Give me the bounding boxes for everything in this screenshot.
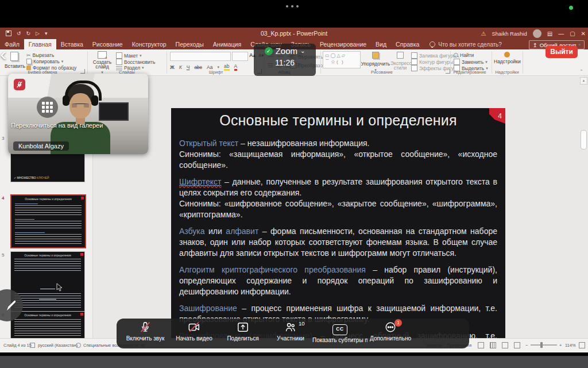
connected-check-icon: ✓	[265, 47, 273, 55]
copy-button[interactable]: Копировать ▾	[26, 59, 63, 64]
zoom-slider[interactable]	[531, 344, 557, 346]
notes-icon[interactable]	[30, 343, 35, 348]
language-status[interactable]: русский (Казахстан)	[38, 343, 78, 348]
zoom-slider-thumb[interactable]	[540, 342, 543, 348]
participant-name-tag: Kunbolat Algazy	[13, 141, 69, 151]
slide-paragraph: Открытый текст – незашифрованная информа…	[179, 138, 497, 171]
meeting-time: 11:26	[254, 58, 316, 67]
tab-help[interactable]: Справка	[391, 39, 424, 49]
start-video-button[interactable]: Начать видео	[167, 321, 222, 342]
notification-badge: 1	[394, 319, 402, 327]
tab-animations[interactable]: Анимация	[208, 39, 246, 49]
thumbnail-slide-4[interactable]: Основные термины и определения	[10, 194, 86, 248]
menu-dots-icon[interactable]	[286, 5, 299, 7]
shapes-gallery[interactable]: ▭◯△▱⌒☆( )	[323, 51, 361, 68]
collapse-ribbon-icon[interactable]: ⌃	[579, 69, 583, 74]
change-case-button[interactable]: Аа	[207, 64, 213, 70]
paste-button[interactable]: Вставить	[5, 52, 24, 69]
video-background-tv	[99, 102, 129, 121]
tab-review[interactable]: Рецензирование	[315, 39, 371, 49]
font-name-input[interactable]	[170, 52, 231, 61]
reset-icon	[116, 59, 122, 65]
shape-fill-icon	[411, 52, 417, 59]
clipboard-dialog-launcher[interactable]	[80, 69, 85, 74]
slide-sorter-icon[interactable]	[490, 342, 496, 348]
captions-button[interactable]: CC Показать субтитры по	[312, 321, 368, 343]
ribbon-display-options-icon[interactable]: ▤	[547, 30, 552, 37]
italic-button[interactable]: К	[179, 64, 182, 70]
meeting-toolbar: Включить звук Начать видео Поделиться	[117, 319, 469, 348]
leave-meeting-button[interactable]: Выйти	[546, 46, 578, 58]
slide-paragraph: Азбука или алфавит – форма письменности,…	[179, 226, 497, 259]
account-name[interactable]: Shaikh Rashid	[492, 30, 527, 37]
thumbnail-text-lines	[14, 293, 81, 309]
accessibility-icon	[76, 343, 81, 348]
workspace-scrollbar[interactable]: ▲	[581, 77, 587, 365]
participants-icon	[284, 321, 297, 334]
zoom-menu-pill[interactable]: ✓ Zoom ⌄ 11:26	[254, 44, 316, 76]
addins-button[interactable]: Надстройки	[494, 52, 520, 64]
slide-paragraph: Алгоритм криптографического преобразован…	[179, 264, 497, 297]
tab-home[interactable]: Главная	[24, 39, 56, 49]
thumbnail-text-lines	[15, 205, 82, 217]
bold-button[interactable]: Ж	[170, 64, 175, 70]
share-screen-button[interactable]: Поделиться	[215, 321, 270, 342]
share-icon: ↥	[533, 42, 537, 48]
tab-draw[interactable]: Рисование	[88, 39, 127, 49]
pencil-icon	[4, 298, 18, 312]
new-slide-icon	[98, 51, 107, 59]
tab-view[interactable]: Вид	[371, 39, 391, 49]
cut-button[interactable]: ✂Вырезать	[26, 52, 54, 58]
top-letterbox-bar	[0, 0, 588, 28]
gallery-view-hint[interactable]: Переключиться на вид галереи	[11, 122, 103, 129]
tab-design[interactable]: Конструктор	[127, 39, 171, 49]
headphone-cup	[91, 95, 98, 106]
zoom-out-icon[interactable]: −	[525, 343, 528, 348]
thumbnail-number: 5	[2, 252, 4, 258]
addins-group-label: Надстройки	[494, 70, 520, 75]
copy-icon	[26, 59, 32, 64]
editing-group-label: Редактирование	[449, 70, 490, 75]
more-button[interactable]: 1 Дополнительно	[363, 321, 418, 342]
reading-view-icon[interactable]	[502, 342, 508, 348]
back-chevron-icon[interactable]: ‹	[0, 44, 6, 63]
zoom-in-icon[interactable]: +	[559, 343, 562, 348]
replace-icon	[454, 59, 460, 65]
shape-outline-button[interactable]: Контур фигуры	[411, 59, 453, 65]
chevron-down-icon: ⌄	[300, 48, 305, 54]
quick-styles-button[interactable]: Экспресс-стили	[390, 52, 410, 70]
restore-icon[interactable]: ▢	[570, 30, 575, 37]
font-size-input[interactable]	[232, 52, 248, 61]
avatar[interactable]	[533, 29, 541, 38]
scroll-up-icon[interactable]: ▲	[580, 77, 587, 85]
slide-title: Основные термины и определения	[171, 112, 505, 129]
participants-button[interactable]: 10 Участники	[263, 321, 318, 342]
tab-insert[interactable]: Вставка	[56, 39, 88, 49]
minimize-icon[interactable]: —	[558, 30, 564, 37]
gallery-view-icon[interactable]	[37, 97, 58, 118]
reset-button[interactable]: Восстановить	[116, 59, 155, 65]
scrollbar-thumb[interactable]	[581, 130, 587, 150]
tab-transitions[interactable]: Переходы	[171, 39, 208, 49]
view-switcher	[478, 342, 520, 348]
arrange-icon	[372, 52, 379, 59]
participant-video-tile[interactable]: Переключиться на вид галереи Kunbolat Al…	[8, 74, 148, 154]
tell-me-search[interactable]: Что вы хотите сделать?	[430, 39, 502, 49]
quick-styles-icon	[397, 52, 404, 59]
zoom-level[interactable]: 114%	[565, 343, 576, 348]
zoom-app-name: Zoom	[276, 46, 297, 56]
strikethrough-button[interactable]: abc	[194, 64, 202, 70]
unmute-button[interactable]: Включить звук	[118, 321, 173, 342]
replace-button[interactable]: Заменить ▾	[454, 59, 488, 65]
slideshow-view-icon[interactable]	[514, 342, 520, 348]
fit-slide-icon[interactable]	[579, 342, 585, 348]
normal-view-icon[interactable]	[478, 342, 484, 348]
chevron-down-icon: ▾	[61, 59, 64, 64]
addins-icon	[504, 52, 510, 57]
underline-button[interactable]: Ч	[187, 64, 190, 70]
find-button[interactable]: Найти	[454, 52, 474, 58]
scissors-icon: ✂	[26, 52, 31, 58]
close-icon[interactable]: ✕	[581, 30, 586, 37]
layout-button[interactable]: Макет ▾	[116, 52, 142, 59]
drawing-group-label: Рисование	[345, 70, 419, 75]
